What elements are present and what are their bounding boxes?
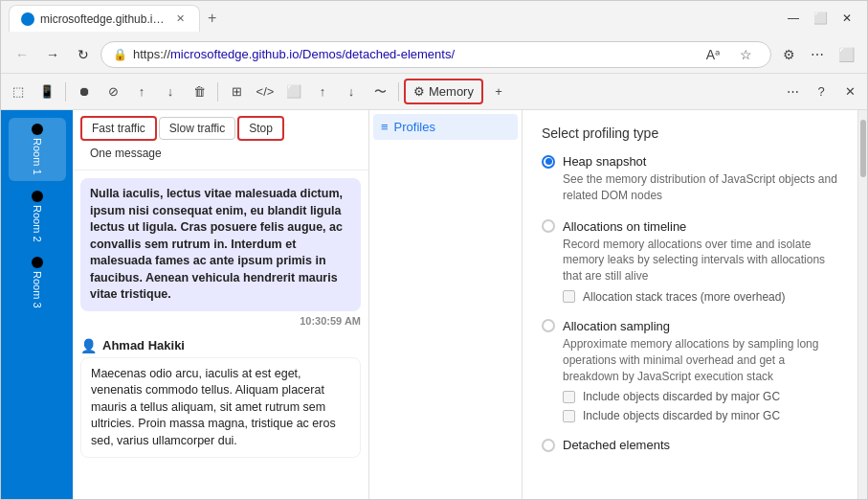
sender-icon-2: 👤 — [80, 338, 97, 353]
room-2-item[interactable]: Room 2 — [9, 185, 66, 248]
allocation-stack-row[interactable]: Allocation stack traces (more overhead) — [563, 290, 838, 304]
allocation-stack-checkbox[interactable] — [563, 290, 575, 303]
heap-snapshot-row[interactable]: Heap snapshot — [542, 154, 838, 169]
stop-button[interactable]: ⊘ — [100, 79, 126, 105]
sources-button[interactable]: ⊞ — [223, 79, 250, 105]
allocations-timeline-desc: Record memory allocations over time and … — [563, 237, 838, 284]
favorite-button[interactable]: ☆ — [732, 41, 759, 68]
allocations-timeline-row[interactable]: Allocations on timeline — [542, 219, 838, 234]
devtools-content: ≡ Profiles Select profiling type Heap sn… — [369, 110, 867, 499]
device-emulation-button[interactable]: 📱 — [33, 79, 60, 105]
devtools-help-button[interactable]: ? — [808, 79, 835, 105]
room-1-label: Room 1 — [32, 138, 43, 175]
clear-button[interactable]: 🗑 — [186, 79, 212, 105]
room-sidebar: Room 1 Room 2 Room 3 — [1, 110, 73, 499]
minimize-button[interactable]: — — [781, 6, 806, 31]
allocation-stack-label: Allocation stack traces (more overhead) — [583, 290, 785, 304]
more-button[interactable]: ⋯ — [804, 41, 831, 68]
heap-snapshot-radio[interactable] — [542, 155, 555, 169]
devtools-scrollbar-thumb[interactable] — [860, 120, 866, 177]
allocation-sampling-radio[interactable] — [542, 319, 555, 332]
detached-elements-option: Detached elements — [542, 438, 838, 452]
gear-icon: ⚙ — [413, 84, 425, 99]
tab-favicon — [21, 12, 34, 26]
devtools-close-button[interactable]: ✕ — [836, 79, 863, 105]
forward-button[interactable]: → — [39, 41, 66, 68]
minor-gc-row[interactable]: Include objects discarded by minor GC — [563, 409, 838, 422]
toolbar-separator-3 — [398, 82, 399, 102]
title-bar: microsoftedge.github.io/Demos/d ✕ + — ⬜ … — [1, 1, 867, 35]
room-1-item[interactable]: Room 1 — [9, 118, 66, 181]
detached-elements-row[interactable]: Detached elements — [542, 438, 838, 452]
devtools-panel: ≡ Profiles Select profiling type Heap sn… — [369, 110, 867, 499]
add-panel-button[interactable]: + — [485, 79, 512, 105]
network2-button[interactable]: ↓ — [338, 79, 365, 105]
download-button[interactable]: ↓ — [157, 79, 184, 105]
detached-elements-label: Detached elements — [563, 438, 670, 452]
allocation-sampling-option: Allocation sampling Approximate memory a… — [542, 319, 838, 422]
message-bubble-1: Nulla iaculis, lectus vitae malesuada di… — [80, 178, 361, 327]
lock-icon: 🔒 — [113, 48, 127, 61]
fast-traffic-button[interactable]: Fast traffic — [80, 116, 157, 141]
devtools-toolbar: ⬚ 📱 ⏺ ⊘ ↑ ↓ 🗑 ⊞ </> ⬜ ↑ ↓ 〜 ⚙ Memory + ⋯… — [1, 74, 867, 110]
close-button[interactable]: ✕ — [835, 6, 859, 31]
profiles-text: Profiles — [394, 120, 435, 134]
select-type-label: Select profiling type — [542, 125, 838, 141]
inspect-button[interactable]: ⬚ — [5, 79, 32, 105]
one-message-button[interactable]: One message — [80, 143, 171, 164]
split-button[interactable]: ⬜ — [833, 41, 859, 68]
allocation-sampling-label: Allocation sampling — [563, 319, 670, 333]
performance-button[interactable]: ↑ — [309, 79, 336, 105]
room-3-label: Room 3 — [32, 271, 43, 308]
active-tab[interactable]: microsoftedge.github.io/Demos/d ✕ — [9, 5, 200, 32]
reload-button[interactable]: ↻ — [70, 41, 97, 68]
chat-panel: Fast traffic Slow traffic Stop One messa… — [73, 110, 369, 499]
message-text-2: Maecenas odio arcu, iaculis at est eget,… — [80, 357, 361, 459]
network-button[interactable]: </> — [252, 79, 278, 105]
record-button[interactable]: ⏺ — [71, 79, 98, 105]
browser-toolbar: ← → ↻ 🔒 https://microsoftedge.github.io/… — [1, 35, 867, 74]
tab-bar: microsoftedge.github.io/Demos/d ✕ + — [9, 5, 775, 32]
message-sender-2: 👤 Ahmad Hakiki — [80, 338, 361, 353]
room-3-dot — [32, 257, 43, 268]
minor-gc-checkbox[interactable] — [563, 410, 575, 422]
wifi-button[interactable]: 〜 — [367, 79, 393, 105]
restore-button[interactable]: ⬜ — [808, 6, 833, 31]
allocations-timeline-radio[interactable] — [542, 219, 555, 233]
new-tab-button[interactable]: + — [200, 6, 224, 31]
message-text-1: Nulla iaculis, lectus vitae malesuada di… — [80, 178, 361, 311]
stop-button[interactable]: Stop — [237, 116, 284, 141]
slow-traffic-button[interactable]: Slow traffic — [159, 117, 235, 140]
browser-frame: microsoftedge.github.io/Demos/d ✕ + — ⬜ … — [0, 0, 868, 500]
address-bar[interactable]: 🔒 https://microsoftedge.github.io/Demos/… — [100, 41, 771, 68]
allocation-sampling-desc: Approximate memory allocations by sampli… — [563, 336, 838, 384]
address-text: https://microsoftedge.github.io/Demos/de… — [133, 47, 694, 61]
room-1-dot — [32, 124, 43, 135]
chat-messages[interactable]: Nulla iaculis, lectus vitae malesuada di… — [73, 170, 368, 499]
profiles-sidebar: ≡ Profiles — [369, 110, 523, 499]
message-block-1: Nulla iaculis, lectus vitae malesuada di… — [80, 178, 361, 327]
tab-close-button[interactable]: ✕ — [173, 11, 188, 26]
room-2-dot — [32, 191, 43, 202]
reader-mode-button[interactable]: Aᵃ — [700, 41, 726, 68]
toolbar-icons: ⚙ ⋯ ⬜ — [775, 41, 859, 68]
settings-button[interactable]: ⚙ — [775, 41, 802, 68]
devtools-scrollbar[interactable] — [857, 110, 867, 499]
memory-options: Select profiling type Heap snapshot See … — [523, 110, 857, 499]
back-button[interactable]: ← — [9, 41, 35, 68]
devtools-more-button[interactable]: ⋯ — [779, 79, 806, 105]
major-gc-checkbox[interactable] — [563, 391, 575, 403]
detached-elements-radio[interactable] — [542, 439, 555, 452]
main-area: Room 1 Room 2 Room 3 Fast traffic Slow t… — [1, 110, 867, 499]
major-gc-label: Include objects discarded by major GC — [583, 390, 780, 403]
toolbar-separator — [65, 82, 66, 102]
memory-label: Memory — [429, 84, 474, 99]
console-button[interactable]: ⬜ — [280, 79, 307, 105]
allocation-sampling-row[interactable]: Allocation sampling — [542, 319, 838, 333]
upload-button[interactable]: ↑ — [128, 79, 155, 105]
major-gc-row[interactable]: Include objects discarded by major GC — [563, 390, 838, 403]
room-2-label: Room 2 — [32, 205, 43, 242]
room-3-item[interactable]: Room 3 — [9, 251, 66, 314]
memory-panel-button[interactable]: ⚙ Memory — [404, 79, 483, 104]
profiles-label[interactable]: ≡ Profiles — [373, 114, 518, 140]
